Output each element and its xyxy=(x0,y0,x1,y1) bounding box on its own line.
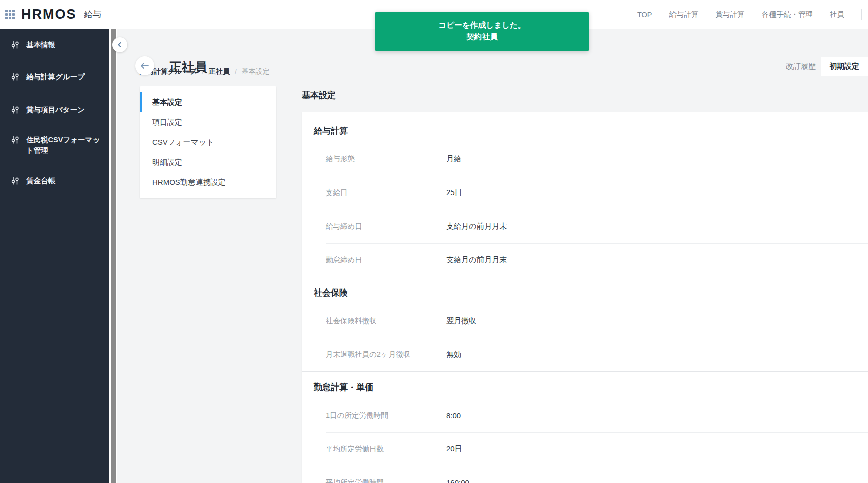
sidebar-collapse-button[interactable] xyxy=(112,37,127,52)
settings-section: 給与計算給与形態月給支給日25日給与締め日支給月の前月月末勤怠締め日支給月の前月… xyxy=(302,112,868,277)
row-value: 支給月の前月月末 xyxy=(446,222,507,231)
main-content: 給与計算グループ / 正社員 / 基本設定 正社員 改訂履歴 初期設定 基本設定… xyxy=(117,29,868,483)
settings-sidebar: 基本情報給与計算グループ賞与項目パターン住民税CSVフォーマット管理賃金台帳 xyxy=(0,29,109,483)
row-label: 平均所定労働時間 xyxy=(326,478,446,483)
nav-item-TOP[interactable]: TOP xyxy=(637,11,652,19)
sidebar-item-基本情報[interactable]: 基本情報 xyxy=(0,40,109,50)
settings-subnav: 基本設定項目設定CSVフォーマット明細設定HRMOS勤怠連携設定 xyxy=(140,86,276,198)
section-heading: 勤怠計算・単価 xyxy=(314,381,868,394)
subnav-item-CSVフォーマット[interactable]: CSVフォーマット xyxy=(140,132,276,152)
sidebar-item-住民税CSVフォーマット管理[interactable]: 住民税CSVフォーマット管理 xyxy=(0,135,109,156)
app-grid-icon[interactable] xyxy=(5,10,15,19)
subnav-item-基本設定[interactable]: 基本設定 xyxy=(140,92,276,112)
row-label: 平均所定労働日数 xyxy=(326,444,446,454)
breadcrumb-separator: / xyxy=(235,68,237,76)
row-label: 支給日 xyxy=(326,188,446,198)
nav-item-賞与計算[interactable]: 賞与計算 xyxy=(716,10,745,19)
arrow-left-icon xyxy=(140,62,149,69)
sidebar-item-label: 賞与項目パターン xyxy=(26,105,85,115)
section-heading: 給与計算 xyxy=(314,125,868,137)
sliders-icon xyxy=(11,40,20,49)
sidebar-item-label: 住民税CSVフォーマット管理 xyxy=(26,135,105,156)
tab-revision-history[interactable]: 改訂履歴 xyxy=(786,62,816,71)
row-value: 160:00 xyxy=(446,478,469,483)
sliders-icon xyxy=(11,135,20,144)
settings-row: 支給日25日 xyxy=(302,176,868,210)
sliders-icon xyxy=(11,176,20,185)
toast-message: コピーを作成しました。 xyxy=(375,19,589,31)
sidebar-item-賞与項目パターン[interactable]: 賞与項目パターン xyxy=(0,105,109,115)
row-value: 無効 xyxy=(446,350,461,359)
breadcrumb-regular-employee[interactable]: 正社員 xyxy=(209,67,230,76)
logo-wordmark: HRMOS xyxy=(21,7,77,22)
nav-divider xyxy=(861,9,862,20)
sidebar-scroll-track xyxy=(109,29,117,483)
nav-item-各種手続・管理[interactable]: 各種手続・管理 xyxy=(762,10,813,19)
settings-row: 平均所定労働時間160:00 xyxy=(302,466,868,483)
settings-section: 勤怠計算・単価1日の所定労働時間8:00平均所定労働日数20日平均所定労働時間1… xyxy=(302,371,868,483)
row-label: 月末退職社員の2ヶ月徴収 xyxy=(326,350,446,359)
sidebar-item-label: 基本情報 xyxy=(26,40,55,50)
row-value: 支給月の前月月末 xyxy=(446,255,507,265)
copy-success-toast: コピーを作成しました。 契約社員 xyxy=(375,12,589,51)
subnav-item-HRMOS勤怠連携設定[interactable]: HRMOS勤怠連携設定 xyxy=(140,172,276,192)
row-value: 翌月徴収 xyxy=(446,316,476,326)
settings-section: 社会保険社会保険料徴収翌月徴収月末退職社員の2ヶ月徴収無効 xyxy=(302,277,868,371)
sidebar-item-label: 給与計算グループ xyxy=(26,72,85,82)
nav-item-給与計算[interactable]: 給与計算 xyxy=(669,10,699,19)
sidebar-item-給与計算グループ[interactable]: 給与計算グループ xyxy=(0,72,109,82)
subnav-item-項目設定[interactable]: 項目設定 xyxy=(140,112,276,132)
logo-product-name: 給与 xyxy=(84,9,102,20)
row-value: 25日 xyxy=(446,188,462,198)
row-value: 8:00 xyxy=(446,411,461,420)
sidebar-item-label: 賃金台帳 xyxy=(26,176,55,186)
sliders-icon xyxy=(11,105,20,114)
tab-initial-settings[interactable]: 初期設定 xyxy=(821,57,868,76)
settings-panel-heading: 基本設定 xyxy=(302,89,336,102)
section-heading: 社会保険 xyxy=(314,286,868,299)
nav-item-社員[interactable]: 社員 xyxy=(830,10,844,19)
row-label: 社会保険料徴収 xyxy=(326,316,446,326)
settings-row: 勤怠締め日支給月の前月月末 xyxy=(302,243,868,277)
settings-row: 月末退職社員の2ヶ月徴収無効 xyxy=(302,338,868,371)
sliders-icon xyxy=(11,72,20,81)
row-value: 月給 xyxy=(446,154,461,164)
breadcrumb-basic-settings: 基本設定 xyxy=(242,67,270,76)
row-label: 給与形態 xyxy=(326,154,446,164)
top-nav: TOP給与計算賞与計算各種手続・管理社員 xyxy=(637,0,868,29)
settings-row: 給与締め日支給月の前月月末 xyxy=(302,210,868,243)
settings-row: 1日の所定労働時間8:00 xyxy=(302,399,868,432)
settings-row: 給与形態月給 xyxy=(302,142,868,176)
row-label: 1日の所定労働時間 xyxy=(326,411,446,420)
toast-employee-link[interactable]: 契約社員 xyxy=(466,31,498,42)
settings-card: 給与計算給与形態月給支給日25日給与締め日支給月の前月月末勤怠締め日支給月の前月… xyxy=(302,112,868,483)
settings-row: 平均所定労働日数20日 xyxy=(302,432,868,466)
back-button[interactable] xyxy=(135,56,154,75)
page-title: 正社員 xyxy=(169,59,207,75)
row-label: 給与締め日 xyxy=(326,222,446,231)
sidebar-scroll-thumb[interactable] xyxy=(111,29,116,483)
app-logo[interactable]: HRMOS 給与 xyxy=(5,0,102,29)
row-label: 勤怠締め日 xyxy=(326,255,446,265)
sidebar-item-賃金台帳[interactable]: 賃金台帳 xyxy=(0,176,109,186)
row-value: 20日 xyxy=(446,444,462,454)
chevron-left-icon xyxy=(117,42,123,48)
settings-row: 社会保険料徴収翌月徴収 xyxy=(302,304,868,338)
subnav-item-明細設定[interactable]: 明細設定 xyxy=(140,152,276,172)
